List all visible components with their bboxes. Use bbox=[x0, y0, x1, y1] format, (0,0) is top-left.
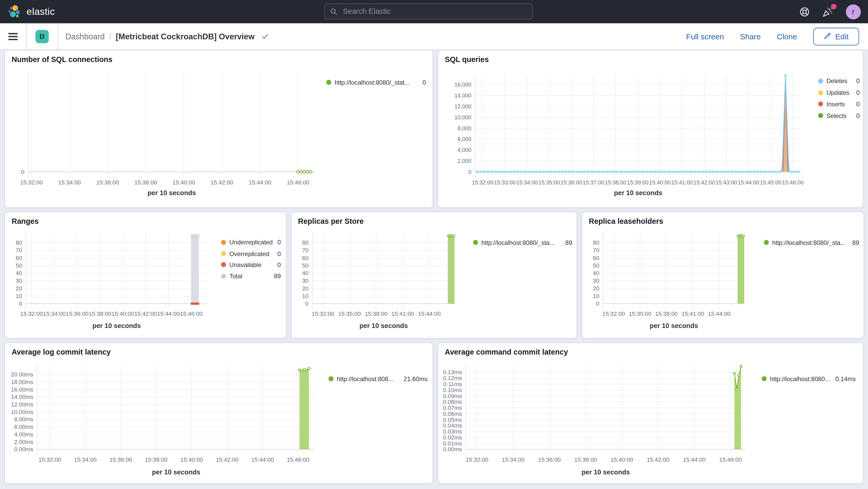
elastic-logo[interactable]: elastic bbox=[0, 4, 55, 19]
legend-value: 0 bbox=[274, 250, 281, 257]
svg-text:15:38:00: 15:38:00 bbox=[574, 456, 597, 463]
dashboard-title: [Metricbeat CockroachDB] Overview bbox=[116, 32, 254, 41]
svg-text:2.00ms: 2.00ms bbox=[14, 439, 33, 445]
legend-item[interactable]: Updates0 bbox=[818, 87, 860, 98]
sql-connections-chart[interactable]: 15:32:0015:34:0015:36:0015:38:0015:40:00… bbox=[5, 51, 433, 208]
legend-label: Inserts bbox=[826, 101, 845, 108]
notification-badge bbox=[831, 4, 836, 9]
legend-swatch bbox=[818, 79, 823, 84]
svg-text:15:44:00: 15:44:00 bbox=[157, 310, 180, 317]
clone-button[interactable]: Clone bbox=[777, 32, 797, 41]
panel-title[interactable]: Replica leaseholders bbox=[589, 217, 663, 225]
svg-text:4.00ms: 4.00ms bbox=[14, 431, 33, 438]
svg-text:15:36:00: 15:36:00 bbox=[560, 180, 582, 186]
svg-text:30: 30 bbox=[302, 277, 309, 284]
divider bbox=[26, 23, 27, 49]
share-button[interactable]: Share bbox=[740, 32, 761, 41]
svg-text:15:36:00: 15:36:00 bbox=[66, 310, 89, 317]
legend-value: 0 bbox=[853, 101, 860, 108]
panel-title[interactable]: SQL queries bbox=[445, 56, 489, 64]
legend-item[interactable]: Underreplicated0 bbox=[221, 237, 281, 248]
legend-swatch bbox=[221, 240, 226, 245]
legend-item[interactable]: http://localhost:8080...0.14ms bbox=[762, 373, 856, 385]
svg-text:15:38:00: 15:38:00 bbox=[605, 180, 626, 186]
svg-text:15:36:00: 15:36:00 bbox=[538, 456, 561, 463]
svg-text:15:42:00: 15:42:00 bbox=[647, 456, 669, 463]
svg-text:15:44:00: 15:44:00 bbox=[251, 456, 274, 463]
svg-text:16.00ms: 16.00ms bbox=[11, 386, 33, 393]
kibana-app: elastic bbox=[0, 0, 868, 489]
x-axis-label: per 10 seconds bbox=[28, 189, 315, 197]
breadcrumb-dashboard[interactable]: Dashboard bbox=[65, 32, 105, 41]
legend-item[interactable]: Unavailable0 bbox=[221, 259, 281, 270]
svg-text:18.00ms: 18.00ms bbox=[11, 379, 33, 385]
legend-value: 0 bbox=[274, 262, 281, 268]
panel-title[interactable]: Replicas per Store bbox=[298, 217, 364, 225]
svg-text:10: 10 bbox=[16, 293, 22, 299]
panel-title[interactable]: Average log commit latency bbox=[12, 348, 111, 357]
replica-leaseholders-chart[interactable]: 15:32:0015:35:0015:38:0015:41:0015:44:00… bbox=[582, 212, 864, 339]
space-badge[interactable]: D bbox=[35, 30, 49, 43]
panel-title[interactable]: Number of SQL connections bbox=[12, 56, 113, 64]
svg-text:8,000: 8,000 bbox=[458, 125, 471, 131]
panel-title[interactable]: Average command commit latency bbox=[445, 348, 568, 357]
svg-text:15:32:00: 15:32:00 bbox=[602, 310, 625, 317]
legend-value: 89 bbox=[849, 239, 859, 246]
svg-text:15:42:00: 15:42:00 bbox=[693, 180, 715, 186]
svg-text:4,000: 4,000 bbox=[458, 147, 471, 153]
checkmark-icon bbox=[261, 32, 269, 40]
legend-item[interactable]: Deletes0 bbox=[818, 75, 860, 87]
help-icon[interactable] bbox=[799, 6, 810, 17]
panel-title[interactable]: Ranges bbox=[12, 217, 39, 225]
svg-text:15:40:00: 15:40:00 bbox=[112, 310, 134, 317]
full-screen-button[interactable]: Full screen bbox=[686, 32, 724, 41]
legend-item[interactable]: http://localhost:808...21.60ms bbox=[329, 373, 428, 385]
svg-text:14.00ms: 14.00ms bbox=[11, 394, 33, 400]
sql-queries-chart[interactable]: 15:32:0015:33:0015:34:0015:35:0015:36:00… bbox=[438, 51, 864, 208]
legend-item[interactable]: http://localhost:8080/_sta...89 bbox=[473, 237, 572, 248]
svg-text:15:44:00: 15:44:00 bbox=[418, 310, 441, 317]
svg-text:16,000: 16,000 bbox=[455, 82, 471, 88]
avg-log-commit-latency-chart[interactable]: 15:32:0015:34:0015:36:0015:38:0015:40:00… bbox=[5, 343, 433, 484]
legend-item[interactable]: Inserts0 bbox=[818, 98, 860, 110]
edit-button-label: Edit bbox=[835, 32, 848, 41]
svg-text:15:44:00: 15:44:00 bbox=[708, 310, 731, 317]
legend-swatch bbox=[326, 80, 331, 85]
legend-swatch bbox=[818, 101, 823, 106]
svg-text:15:41:00: 15:41:00 bbox=[392, 310, 414, 317]
legend-label: http://localhost:8080... bbox=[770, 375, 830, 382]
edit-button[interactable]: Edit bbox=[813, 27, 859, 45]
panel-ranges: Ranges 15:32:0015:34:0015:36:0015:38:001… bbox=[4, 212, 286, 339]
user-avatar[interactable]: r bbox=[846, 4, 861, 19]
x-axis-label: per 10 seconds bbox=[26, 322, 207, 330]
svg-text:30: 30 bbox=[593, 277, 599, 284]
chart-legend: http://localhost:8080/_stat...0 bbox=[326, 77, 426, 88]
global-search[interactable] bbox=[324, 3, 533, 20]
legend-value: 21.60ms bbox=[400, 375, 428, 382]
svg-text:15:40:00: 15:40:00 bbox=[611, 456, 633, 463]
svg-text:0: 0 bbox=[305, 300, 308, 307]
legend-item[interactable]: Total89 bbox=[221, 270, 281, 282]
avg-command-commit-latency-chart[interactable]: 15:32:0015:34:0015:36:0015:38:0015:40:00… bbox=[438, 343, 864, 484]
legend-item[interactable]: Overreplicated0 bbox=[221, 248, 281, 259]
toolbar-left: D Dashboard / [Metricbeat CockroachDB] O… bbox=[0, 23, 269, 49]
svg-text:20: 20 bbox=[16, 285, 22, 292]
legend-value: 0.14ms bbox=[832, 375, 856, 382]
legend-swatch bbox=[221, 274, 226, 278]
panel-replicas-per-store: Replicas per Store 15:32:0015:35:0015:38… bbox=[291, 212, 577, 339]
legend-value: 89 bbox=[271, 273, 281, 279]
legend-item[interactable]: Selects0 bbox=[818, 110, 860, 121]
svg-text:80: 80 bbox=[16, 239, 22, 246]
legend-item[interactable]: http://localhost:8080/_sta...89 bbox=[764, 237, 859, 248]
svg-text:15:42:00: 15:42:00 bbox=[216, 456, 239, 463]
svg-text:0.02ms: 0.02ms bbox=[443, 434, 462, 441]
replicas-per-store-chart[interactable]: 15:32:0015:35:0015:38:0015:41:0015:44:00… bbox=[291, 212, 577, 339]
svg-text:0.11ms: 0.11ms bbox=[443, 381, 462, 388]
search-input[interactable] bbox=[342, 7, 527, 16]
newsfeed-icon[interactable] bbox=[823, 6, 833, 17]
panel-sql-queries: SQL queries 15:32:0015:33:0015:34:0015:3… bbox=[437, 50, 864, 208]
legend-item[interactable]: http://localhost:8080/_stat...0 bbox=[326, 77, 426, 88]
svg-text:15:32:00: 15:32:00 bbox=[472, 180, 494, 186]
menu-button[interactable] bbox=[0, 23, 26, 49]
svg-text:2,000: 2,000 bbox=[458, 158, 471, 164]
